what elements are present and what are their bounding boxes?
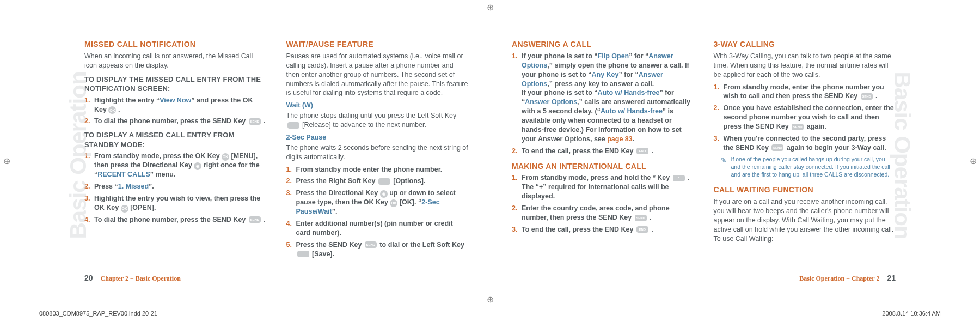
left-col-1: MISSED CALL NOTIFICATION When an incomin… xyxy=(84,39,267,271)
send-key-icon: SEND xyxy=(635,215,647,221)
list-item: 1. From standby mode, enter the phone nu… xyxy=(714,83,896,101)
side-label-left: Basic Operation xyxy=(65,71,91,239)
directional-key-icon: ◉ xyxy=(380,190,388,198)
ok-key-icon: OK xyxy=(390,199,397,207)
left-col-2: WAIT/PAUSE FEATURE Pauses are used for a… xyxy=(286,39,469,271)
ok-key-icon: OK xyxy=(222,153,229,161)
step-text: Press “1. Missed”. xyxy=(94,182,267,191)
step-text: To end the call, press the END Key END . xyxy=(522,147,694,156)
step-text: Enter additional number(s) (pin number o… xyxy=(296,219,469,238)
page-spread: Basic Operation MISSED CALL NOTIFICATION… xyxy=(38,27,942,283)
step-text: Highlight the entry “View Now” and press… xyxy=(94,96,267,114)
right-col-2: 3-WAY CALLING With 3-Way Calling, you ca… xyxy=(714,39,896,271)
paragraph: Pauses are used for automated systems (i… xyxy=(286,52,469,98)
step-number: 3. xyxy=(714,134,724,153)
step-number: 1. xyxy=(286,165,296,174)
list-item: 1. From standby mode enter the phone num… xyxy=(286,165,469,174)
step-number: 1. xyxy=(512,52,522,144)
star-key-icon: * xyxy=(673,175,685,181)
list-item: 2. Enter the country code, area code, an… xyxy=(512,204,694,222)
heading-display-notif: TO DISPLAY THE MISSED CALL ENTRY FROM TH… xyxy=(84,75,267,94)
paragraph: If you are on a call and you receive ano… xyxy=(714,197,896,243)
note-block: ✎ If one of the people you called hangs … xyxy=(720,155,896,179)
page-left: Basic Operation MISSED CALL NOTIFICATION… xyxy=(38,27,490,283)
note-text: If one of the people you called hangs up… xyxy=(731,155,896,179)
list-item: 1. If your phone is set to “Flip Open” f… xyxy=(512,52,694,144)
page-number: 21 xyxy=(887,274,896,282)
right-soft-key-icon xyxy=(378,178,390,185)
crop-mark-right: ⊕ xyxy=(970,155,977,166)
send-key-icon: SEND xyxy=(249,118,261,125)
crop-mark-bottom: ⊕ xyxy=(487,294,494,305)
send-key-icon: SEND xyxy=(249,216,261,223)
right-col-1: ANSWERING A CALL 1. If your phone is set… xyxy=(512,39,694,271)
list-item: 2. Press “1. Missed”. xyxy=(84,182,267,191)
footer-right: Basic Operation − Chapter 2 21 xyxy=(799,274,896,283)
send-key-icon: SEND xyxy=(861,93,873,100)
list-item: 4. To dial the phone number, press the S… xyxy=(84,215,267,225)
step-text: If your phone is set to “Flip Open” for … xyxy=(522,52,694,144)
send-key-icon: SEND xyxy=(771,144,783,151)
paragraph: When an incoming call is not answered, t… xyxy=(84,52,267,70)
step-number: 3. xyxy=(512,225,522,234)
list-item: 3. When you're connected to the second p… xyxy=(714,134,896,153)
list-item: 1. From standby mode, press and hold the… xyxy=(512,173,694,201)
directional-key-icon: ◉ xyxy=(194,162,201,170)
list-item: 4. Enter additional number(s) (pin numbe… xyxy=(286,219,469,238)
heading-wait-pause: WAIT/PAUSE FEATURE xyxy=(286,39,469,50)
step-text: To end the call, press the END Key END . xyxy=(522,225,694,234)
list-item: 2. Press the Right Soft Key [Options]. xyxy=(286,177,469,186)
step-text: Highlight the entry you wish to view, th… xyxy=(94,194,267,213)
paragraph: The phone waits 2 seconds before sending… xyxy=(286,143,469,162)
list-item: 3. Press the Directional Key ◉ up or dow… xyxy=(286,189,469,216)
footer-left: 20 Chapter 2 − Basic Operation xyxy=(84,274,181,283)
doc-filename: 080803_CDM8975_RAP_REV00.indd 20-21 xyxy=(39,310,157,317)
ok-key-icon: OK xyxy=(108,106,116,114)
step-number: 5. xyxy=(286,240,296,259)
heading-call-waiting: CALL WAITING FUNCTION xyxy=(714,185,896,195)
step-number: 1. xyxy=(714,83,724,101)
step-number: 2. xyxy=(714,104,724,131)
crop-mark-left: ⊕ xyxy=(3,155,10,166)
left-columns: MISSED CALL NOTIFICATION When an incomin… xyxy=(84,39,468,271)
step-text: Once you have established the connection… xyxy=(724,104,896,131)
send-key-icon: SEND xyxy=(792,124,804,130)
ok-key-icon: OK xyxy=(121,205,128,213)
list-item: 2. Once you have established the connect… xyxy=(714,104,896,131)
left-soft-key-icon xyxy=(297,251,309,257)
step-text: From standby mode, press and hold the * … xyxy=(522,173,694,201)
footer-chapter: Basic Operation − Chapter 2 xyxy=(799,275,879,283)
step-text: Press the Right Soft Key [Options]. xyxy=(296,177,469,186)
step-text: From standby mode, enter the phone numbe… xyxy=(724,83,896,101)
end-key-icon: END xyxy=(636,226,648,233)
heading-3way-calling: 3-WAY CALLING xyxy=(714,39,896,50)
end-key-icon: END xyxy=(636,148,648,154)
paragraph: With 3-Way Calling, you can talk to two … xyxy=(714,52,896,80)
right-columns: ANSWERING A CALL 1. If your phone is set… xyxy=(512,39,896,271)
list-item: 5. Press the SEND Key SEND to dial or th… xyxy=(286,240,469,259)
step-text: Press the Directional Key ◉ up or down t… xyxy=(296,189,469,216)
list-item: 2. To dial the phone number, press the S… xyxy=(84,117,267,126)
subheading-wait-w: Wait (W) xyxy=(286,101,469,110)
step-number: 1. xyxy=(512,173,522,201)
step-text: To dial the phone number, press the SEND… xyxy=(94,117,267,126)
note-icon: ✎ xyxy=(720,155,731,179)
list-item: 1. Highlight the entry “View Now” and pr… xyxy=(84,96,267,114)
step-text: Enter the country code, area code, and p… xyxy=(522,204,694,222)
step-text: From standby mode enter the phone number… xyxy=(296,165,469,174)
list-item: 3. Highlight the entry you wish to view,… xyxy=(84,194,267,213)
subheading-2sec-pause: 2-Sec Pause xyxy=(286,133,469,142)
heading-international-call: MAKING AN INTERNATIONAL CALL xyxy=(512,161,694,172)
left-soft-key-icon xyxy=(287,122,299,129)
heading-missed-call: MISSED CALL NOTIFICATION xyxy=(84,39,267,50)
document-metadata: 080803_CDM8975_RAP_REV00.indd 20-21 2008… xyxy=(39,310,941,317)
step-number: 2. xyxy=(512,147,522,156)
step-number: 3. xyxy=(286,189,296,216)
list-item: 3. To end the call, press the END Key EN… xyxy=(512,225,694,234)
footer-chapter: Chapter 2 − Basic Operation xyxy=(101,275,181,283)
step-text: Press the SEND Key SEND to dial or the L… xyxy=(296,240,469,259)
page-right: Basic Operation ANSWERING A CALL 1. If y… xyxy=(490,27,942,283)
send-key-icon: SEND xyxy=(365,241,377,248)
heading-display-standby: TO DISPLAY A MISSED CALL ENTRY FROM STAN… xyxy=(84,130,267,149)
step-number: 2. xyxy=(512,204,522,222)
